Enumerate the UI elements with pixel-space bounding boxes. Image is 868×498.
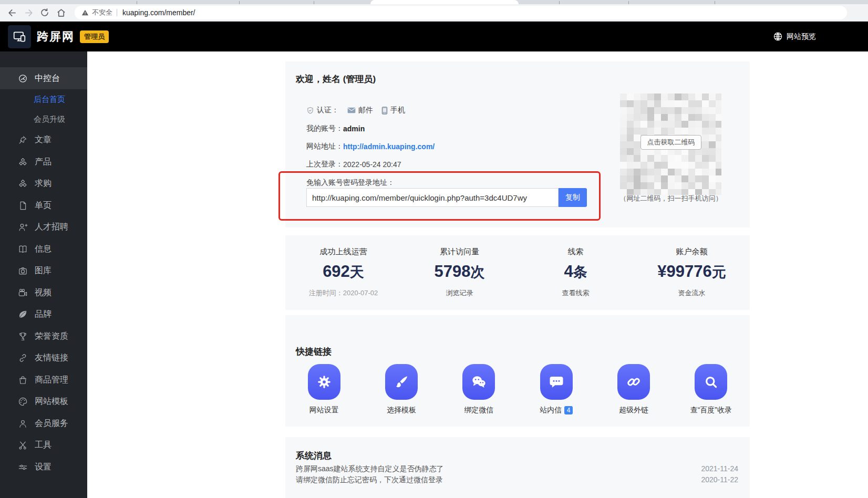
stat-balance: 账户余额 ¥99776元 资金流水	[634, 235, 750, 310]
search-icon	[703, 374, 719, 390]
sidebar-item-goods[interactable]: 商品管理	[0, 369, 87, 391]
forward-icon[interactable]	[22, 6, 35, 19]
person-plus-icon	[17, 222, 28, 233]
site-preview-link[interactable]: 网站预览	[773, 32, 816, 42]
sidebar-item-label: 设置	[35, 462, 51, 473]
account-row: 我的账号： admin	[306, 124, 365, 133]
sidebar-item-label: 工具	[35, 440, 51, 451]
stat-title: 账户余额	[634, 247, 750, 257]
site-url-link[interactable]: http://admin.kuaping.com/	[343, 142, 435, 151]
stat-title: 累计访问量	[401, 247, 518, 257]
trophy-icon	[17, 331, 28, 341]
page-icon	[17, 200, 28, 211]
app-logo[interactable]	[8, 25, 31, 48]
brand-name: 跨屏网	[37, 29, 75, 45]
welcome-title: 欢迎，姓名 (管理员)	[296, 73, 376, 85]
sidebar-item-brand[interactable]: 品牌	[0, 304, 87, 326]
active-tab[interactable]	[370, 0, 519, 4]
stat-value: ¥99776元	[634, 262, 750, 282]
site-label: 网站地址：	[306, 142, 343, 151]
stat-title: 成功上线运营	[285, 247, 401, 257]
sidebar-item-member-services[interactable]: 会员服务	[0, 413, 87, 435]
person-icon	[17, 418, 28, 429]
sidebar-item-dashboard[interactable]: 中控台	[0, 67, 87, 89]
sidebar-item-tools[interactable]: 工具	[0, 434, 87, 456]
stat-sub-link[interactable]: 浏览记录	[401, 288, 518, 298]
baidu-index-button[interactable]	[695, 364, 727, 400]
bind-wechat-label[interactable]: 绑定微信	[440, 406, 518, 415]
tab-separator	[559, 1, 560, 4]
sidebar-subitem-backend-home[interactable]: 后台首页	[0, 89, 87, 109]
stat-sub-link[interactable]: 查看线索	[518, 288, 634, 298]
sidebar-item-label: 网站模板	[35, 396, 68, 407]
bind-wechat-button[interactable]	[462, 364, 495, 400]
security-label: 不安全	[92, 8, 112, 17]
copy-button[interactable]: 复制	[559, 188, 587, 207]
stats-panel: 成功上线运营 692天 注册时间：2020-07-02 累计访问量 5798次 …	[285, 235, 750, 310]
sidebar-item-label: 友情链接	[35, 352, 68, 364]
shield-icon	[306, 107, 314, 115]
sidebar-item-videos[interactable]: 视频	[0, 282, 87, 304]
back-icon[interactable]	[5, 6, 19, 19]
gear-icon	[316, 374, 332, 390]
super-links-label[interactable]: 超级外链	[595, 406, 672, 415]
url-divider	[117, 9, 117, 16]
auth-email[interactable]: 邮件	[347, 106, 373, 115]
site-mail-button[interactable]	[540, 364, 573, 400]
choose-template-button[interactable]	[385, 364, 418, 400]
auth-phone[interactable]: 手机	[381, 106, 405, 115]
sidebar-item-gallery[interactable]: 图库	[0, 260, 87, 282]
last-login-row: 上次登录： 2022-05-24 20:47	[306, 160, 401, 169]
url-bar[interactable]: 不安全 kuaping.com/member/	[75, 6, 847, 19]
sidebar-subitem-member-upgrade[interactable]: 会员升级	[0, 109, 87, 129]
url-text[interactable]: kuaping.com/member/	[122, 8, 195, 17]
tab-separator	[715, 1, 715, 4]
cubes-icon	[17, 157, 28, 167]
sidebar-item-purchasing[interactable]: 求购	[0, 173, 87, 195]
quick-links-title: 快捷链接	[296, 346, 332, 358]
account-value: admin	[343, 124, 365, 133]
auth-row: 认证： 邮件 手机	[306, 106, 405, 115]
message-text[interactable]: 跨屏网saas建站系统支持自定义是否伪静态了	[296, 464, 444, 474]
stat-leads: 线索 4条 查看线索	[518, 235, 634, 310]
site-settings-label[interactable]: 网站设置	[285, 406, 363, 415]
sidebar-item-label: 文章	[35, 134, 51, 146]
chain-icon	[626, 374, 642, 390]
site-mail-label[interactable]: 站内信 4	[518, 406, 595, 415]
phone-icon	[381, 107, 388, 115]
stat-value: 692天	[285, 262, 401, 282]
dashboard-icon	[17, 73, 28, 84]
sidebar-item-articles[interactable]: 文章	[0, 129, 87, 151]
message-row: 跨屏网saas建站系统支持自定义是否伪静态了 2021-11-24	[296, 464, 738, 474]
choose-template-label[interactable]: 选择模板	[363, 406, 440, 415]
baidu-index-label[interactable]: 查“百度”收录	[673, 406, 750, 415]
sidebar-item-products[interactable]: 产品	[0, 151, 87, 173]
paintbrush-icon	[394, 374, 409, 390]
sidebar-item-settings[interactable]: 设置	[0, 456, 87, 479]
palette-icon	[17, 397, 28, 407]
auth-email-label: 邮件	[358, 106, 373, 115]
site-settings-button[interactable]	[308, 364, 340, 400]
sidebar-item-label: 品牌	[35, 309, 51, 320]
stat-online-days: 成功上线运营 692天 注册时间：2020-07-02	[285, 235, 401, 310]
message-text[interactable]: 请绑定微信防止忘记密码，下次通过微信登录	[296, 475, 443, 485]
sidebar-item-templates[interactable]: 网站模板	[0, 391, 87, 413]
sidebar-item-label: 图库	[35, 265, 51, 276]
sidebar-item-single-page[interactable]: 单页	[0, 195, 87, 217]
tab-separator	[239, 1, 240, 4]
system-messages-panel: 系统消息 跨屏网saas建站系统支持自定义是否伪静态了 2021-11-24 请…	[285, 437, 750, 498]
tab-separator	[628, 1, 629, 4]
account-label: 我的账号：	[306, 124, 343, 133]
home-icon[interactable]	[54, 6, 68, 19]
get-qr-button[interactable]: 点击获取二维码	[640, 135, 701, 150]
super-links-button[interactable]	[617, 364, 650, 400]
sidebar-item-info[interactable]: 信息	[0, 238, 87, 261]
quick-login-label: 免输入账号密码登录地址：	[306, 178, 395, 188]
stat-sub-link[interactable]: 资金流水	[634, 288, 750, 298]
camera-icon	[17, 266, 28, 276]
sidebar-item-friend-links[interactable]: 友情链接	[0, 347, 87, 369]
quick-login-url-input[interactable]	[306, 188, 559, 207]
reload-icon[interactable]	[38, 6, 51, 19]
sidebar-item-honors[interactable]: 荣誉资质	[0, 326, 87, 348]
sidebar-item-recruiting[interactable]: 人才招聘	[0, 216, 87, 238]
